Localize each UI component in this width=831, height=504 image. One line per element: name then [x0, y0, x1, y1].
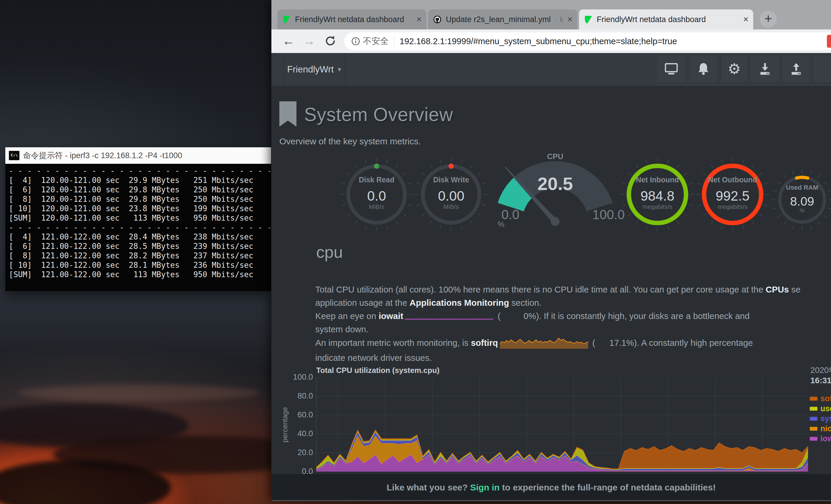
gauge-unit: megabits/s	[622, 203, 693, 210]
terminal-title: 命令提示符 - iperf3 -c 192.168.1.2 -P4 -t1000	[23, 150, 182, 161]
y-tick-label: 80.0	[281, 391, 313, 401]
back-button[interactable]: ←	[281, 33, 296, 49]
paragraph-line: Keep an eye on iowait (0%). If it is con…	[315, 309, 831, 323]
signin-text: to experience the full-range of netdata …	[499, 482, 716, 493]
url-divider	[394, 36, 394, 46]
tab-close-icon[interactable]: ×	[417, 14, 422, 25]
header-separator	[345, 54, 345, 85]
legend-swatch	[810, 397, 818, 401]
terminal-line: - - - - - - - - - - - - - - - - - - - - …	[9, 223, 271, 232]
paragraph-line: application usage at the Applications Mo…	[315, 296, 831, 309]
terminal-line: [ 8] 120.00-121.00 sec 29.8 MBytes 250 M…	[9, 195, 271, 204]
extension-icon[interactable]	[827, 35, 831, 48]
signin-text: Like what you see?	[386, 482, 470, 493]
new-tab-button[interactable]: +	[760, 10, 777, 28]
cpu-utilization-chart[interactable]	[316, 377, 808, 472]
info-icon[interactable]	[351, 36, 361, 46]
tab-label-suffix: · k	[555, 15, 564, 24]
gauge-value: 992.5	[697, 188, 768, 204]
y-tick-label: 100.0	[281, 373, 313, 382]
legend-swatch	[810, 437, 818, 441]
alarms-button[interactable]	[689, 55, 718, 83]
terminal-line: [ 10] 121.00-122.00 sec 28.1 MBytes 236 …	[9, 260, 271, 270]
export-button[interactable]	[782, 55, 810, 83]
legend-label: system	[821, 414, 831, 423]
y-tick-label: 20.0	[281, 448, 313, 457]
gauge-unit: %	[492, 220, 510, 229]
signin-bar: Like what you see? Sign in to experience…	[271, 474, 831, 501]
gauge-label: Used RAM	[767, 184, 831, 191]
legend-item-nice[interactable]: nice	[810, 423, 831, 434]
chart-date: 2020年3	[810, 365, 831, 376]
reload-icon	[322, 33, 338, 49]
tab-label: Update r2s_lean_minimal.yml	[446, 15, 555, 24]
applications-monitoring-link[interactable]: Applications Monitoring	[410, 298, 509, 307]
help-button[interactable]	[813, 55, 831, 83]
y-tick-label: 40.0	[281, 429, 313, 438]
gauge-label: Net Inbound	[622, 176, 693, 184]
gauge-value: 0.0	[341, 188, 412, 204]
gauge-value: 8.09	[767, 195, 831, 209]
page-title: System Overview	[304, 104, 453, 125]
terminal-titlebar[interactable]: C:\ 命令提示符 - iperf3 -c 192.168.1.2 -P4 -t…	[5, 147, 271, 164]
tab-label: FriendlyWrt netdata dashboard	[295, 15, 413, 24]
gauge-value: 0.00	[416, 188, 487, 204]
download-icon	[757, 61, 773, 77]
chart-title: Total CPU utilization (system.cpu)	[316, 366, 439, 375]
chevron-down-icon: ▾	[338, 66, 341, 73]
tab-close-icon[interactable]: ×	[567, 14, 573, 25]
terminal-line: [ 4] 121.00-122.00 sec 28.4 MBytes 238 M…	[9, 232, 271, 241]
reload-button[interactable]	[322, 33, 338, 49]
legend-swatch	[810, 407, 818, 411]
legend-swatch	[810, 427, 818, 431]
legend-item-user[interactable]: user	[810, 404, 831, 414]
terminal-output[interactable]: - - - - - - - - - - - - - - - - - - - - …	[5, 164, 271, 291]
iowait-sparkline	[405, 313, 493, 321]
gauge-label: Disk Write	[416, 176, 487, 184]
legend-item-iowait[interactable]: iowait	[810, 434, 831, 444]
tab-close-icon[interactable]: ×	[743, 14, 748, 25]
upload-icon	[788, 61, 804, 77]
terminal-line: [ 6] 120.00-121.00 sec 29.8 MBytes 250 M…	[9, 185, 271, 195]
monitor-icon	[663, 61, 679, 77]
gauge-label: Disk Read	[341, 176, 412, 184]
cmd-icon: C:\	[9, 151, 20, 160]
github-icon	[433, 15, 442, 24]
import-button[interactable]	[750, 55, 780, 83]
signin-link[interactable]: Sign in	[470, 482, 499, 493]
gauge-label: Net Outbound	[697, 176, 768, 184]
legend-label: user	[821, 404, 831, 413]
cpus-link[interactable]: CPUs	[766, 285, 789, 294]
section-heading: cpu	[316, 242, 343, 262]
url-text[interactable]: 192.168.2.1:19999/#menu_system_submenu_c…	[400, 36, 677, 46]
tab-netdata-1[interactable]: FriendlyWrt netdata dashboard ×	[277, 9, 426, 29]
security-label[interactable]: 不安全	[363, 35, 389, 47]
gauge-unit: MiB/s	[416, 203, 487, 210]
tab-github[interactable]: Update r2s_lean_minimal.yml · k ×	[428, 9, 577, 29]
chart-time: 16:31:2	[810, 376, 831, 385]
terminal-line: [ 4] 120.00-121.00 sec 29.9 MBytes 251 M…	[9, 176, 271, 185]
brand-dropdown[interactable]: FriendlyWrt ▾	[284, 53, 345, 86]
address-bar[interactable]: 不安全 192.168.2.1:19999/#menu_system_subme…	[344, 32, 831, 50]
settings-button[interactable]: ⚙	[721, 55, 748, 83]
terminal-line: [ 8] 121.00-122.00 sec 28.2 MBytes 237 M…	[9, 251, 271, 260]
legend-label: nice	[821, 424, 831, 433]
legend-swatch	[810, 417, 818, 421]
tab-netdata-2-active[interactable]: FriendlyWrt netdata dashboard ×	[579, 9, 753, 29]
terminal-line: [ 10] 120.00-121.00 sec 23.8 MBytes 199 …	[9, 204, 271, 213]
console-button[interactable]	[656, 55, 687, 83]
forward-button[interactable]: →	[301, 33, 317, 49]
chart-legend: softirqusersystemniceiowait	[810, 393, 831, 444]
gauge-unit: megabits/s	[697, 203, 768, 210]
netdata-icon	[282, 15, 291, 24]
chart-y-axis-label: percentage	[281, 395, 289, 454]
section-description: Total CPU utilization (all cores). 100% …	[315, 283, 831, 364]
gauge-unit: %	[767, 207, 831, 214]
legend-label: softirq	[821, 394, 831, 403]
legend-label: iowait	[821, 434, 831, 443]
brand-label: FriendlyWrt	[287, 64, 334, 75]
legend-item-system[interactable]: system	[810, 414, 831, 423]
wallpaper-cloud	[18, 384, 259, 401]
legend-item-softirq[interactable]: softirq	[810, 393, 831, 404]
y-tick-label: 60.0	[281, 410, 313, 419]
